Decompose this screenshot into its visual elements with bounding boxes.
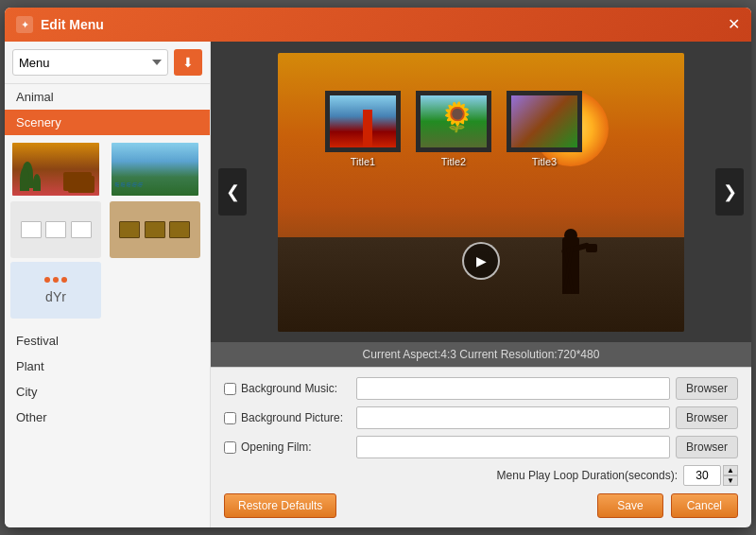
menu-select[interactable]: Menu Menu 2 Menu 3 <box>12 49 168 76</box>
background-music-browser[interactable]: Browser <box>676 377 738 400</box>
person-silhouette <box>542 162 599 294</box>
opening-film-browser[interactable]: Browser <box>676 436 738 458</box>
background-picture-checkbox[interactable] <box>224 412 236 424</box>
edit-menu-dialog: ✦ Edit Menu ✕ Menu Menu 2 Menu 3 ⬇ Anima… <box>5 8 751 527</box>
footer-buttons: Restore Defaults Save Cancel <box>224 493 738 518</box>
category-list: Festival Plant City Other <box>5 328 210 430</box>
spin-up[interactable]: ▲ <box>723 465 738 475</box>
sidebar: Menu Menu 2 Menu 3 ⬇ Animal Scenery <box>5 42 211 527</box>
nav-arrow-right[interactable]: ❯ <box>715 168 744 216</box>
background-picture-browser[interactable]: Browser <box>676 406 738 429</box>
app-icon: ✦ <box>16 16 33 33</box>
close-button[interactable]: ✕ <box>728 17 740 32</box>
title-bar-left: ✦ Edit Menu <box>16 16 104 33</box>
save-button[interactable]: Save <box>597 493 662 518</box>
sidebar-toolbar: Menu Menu 2 Menu 3 ⬇ <box>5 42 210 84</box>
opening-film-checkbox[interactable] <box>224 441 236 454</box>
download-button[interactable]: ⬇ <box>174 49 202 76</box>
opening-film-input[interactable] <box>356 436 670 458</box>
preview-area: ❮ <box>211 42 751 342</box>
preview-canvas: Title1 Title2 Title3 ▶ <box>278 53 684 332</box>
loop-row: Menu Play Loop Duration(seconds): 30 ▲ ▼ <box>224 465 738 486</box>
content-area: Menu Menu 2 Menu 3 ⬇ Animal Scenery <box>5 42 751 527</box>
background-music-row: Background Music: Browser <box>224 377 738 400</box>
main-content: ❮ <box>211 42 751 527</box>
loop-input[interactable]: 30 <box>683 465 721 486</box>
frame1-image <box>325 91 401 152</box>
thumb-desert[interactable] <box>10 141 101 198</box>
opening-film-label: Opening Film: <box>224 440 356 454</box>
cancel-button[interactable]: Cancel <box>671 493 738 518</box>
background-music-input[interactable] <box>356 377 670 400</box>
background-music-checkbox[interactable] <box>224 383 236 395</box>
spin-down[interactable]: ▼ <box>723 475 738 486</box>
frame1-title: Title1 <box>325 156 401 167</box>
nav-arrow-left[interactable]: ❮ <box>218 168 247 216</box>
frame2-title: Title2 <box>416 156 491 167</box>
sidebar-item-city[interactable]: City <box>5 379 210 405</box>
background-picture-row: Background Picture: Browser <box>224 406 738 429</box>
frame2-image <box>416 91 491 152</box>
background-picture-label: Background Picture: <box>224 411 356 424</box>
thumb-water[interactable]: ≈≈≈≈≈ <box>110 141 200 198</box>
frames-container: Title1 Title2 Title3 <box>325 91 582 167</box>
bottom-panel: Background Music: Browser Background Pic… <box>211 367 751 527</box>
photo-frame-3: Title3 <box>507 91 582 167</box>
thumb-white-frames[interactable] <box>10 201 101 258</box>
title-bar: ✦ Edit Menu ✕ <box>5 8 751 42</box>
frame3-image <box>507 91 582 152</box>
status-text: Current Aspect:4:3 Current Resolution:72… <box>363 348 600 361</box>
sidebar-item-plant[interactable]: Plant <box>5 354 210 379</box>
dialog-title: Edit Menu <box>41 17 104 32</box>
thumbnail-grid: ≈≈≈≈≈ dYr <box>5 135 210 324</box>
background-picture-input[interactable] <box>356 406 670 429</box>
loop-label: Menu Play Loop Duration(seconds): <box>497 469 678 482</box>
sidebar-item-scenery[interactable]: Scenery <box>5 110 210 135</box>
action-buttons: Save Cancel <box>597 493 738 518</box>
thumb-blue-dots[interactable]: dYr <box>10 262 101 319</box>
photo-frame-1: Title1 <box>325 91 401 167</box>
status-bar: Current Aspect:4:3 Current Resolution:72… <box>211 342 751 367</box>
thumb-brown-frames[interactable] <box>110 201 200 258</box>
opening-film-row: Opening Film: Browser <box>224 436 738 458</box>
play-button[interactable]: ▶ <box>462 242 500 280</box>
photo-frame-2: Title2 <box>416 91 491 167</box>
sidebar-item-festival[interactable]: Festival <box>5 328 210 354</box>
spinner-buttons: ▲ ▼ <box>723 465 738 486</box>
background-music-label: Background Music: <box>224 382 356 395</box>
frame3-title: Title3 <box>507 156 582 167</box>
sidebar-item-other[interactable]: Other <box>5 405 210 430</box>
restore-defaults-button[interactable]: Restore Defaults <box>224 493 336 518</box>
sidebar-item-animal[interactable]: Animal <box>5 84 210 110</box>
